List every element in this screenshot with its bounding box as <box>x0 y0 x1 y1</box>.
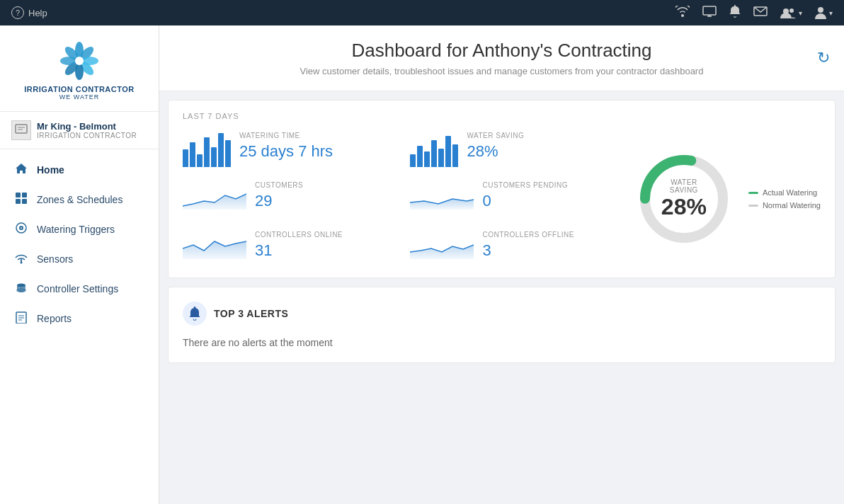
user-info: Mr King - Belmont IRRIGATION CONTRACTOR <box>37 121 137 139</box>
help-section[interactable]: ? Help <box>11 6 47 19</box>
bar-ws-5 <box>438 149 444 167</box>
bar-ws-3 <box>424 151 430 167</box>
controllers-online-label: CONTROLLERS ONLINE <box>255 231 343 239</box>
donut-center-value: 28% <box>657 194 710 220</box>
alerts-empty-message: There are no alerts at the moment <box>183 337 821 348</box>
svg-rect-21 <box>16 199 21 204</box>
controllers-offline-info: CONTROLLERS OFFLINE 3 <box>482 231 574 260</box>
donut-center-label: WATER SAVING <box>657 178 710 194</box>
sidebar: IRRIGATION CONTRACTOR WE WATER Mr King -… <box>0 25 159 504</box>
controllers-offline-value: 3 <box>482 241 574 260</box>
donut-chart: WATER SAVING 28% <box>631 146 737 252</box>
bar-4 <box>204 137 210 167</box>
controllers-online-value: 31 <box>255 241 343 260</box>
svg-rect-0 <box>703 6 716 15</box>
customers-value: 29 <box>255 192 303 210</box>
alerts-title: TOP 3 ALERTS <box>214 308 288 319</box>
avatar <box>11 120 31 140</box>
controllers-online-chart <box>183 231 246 259</box>
user-dropdown[interactable]: ▾ <box>815 6 833 19</box>
customers-label: CUSTOMERS <box>255 181 303 189</box>
svg-point-28 <box>17 284 25 287</box>
stat-customers: CUSTOMERS 29 <box>183 181 389 217</box>
mail-icon[interactable] <box>753 6 768 19</box>
stats-section: LAST 7 DAYS <box>168 100 836 278</box>
customers-pending-info: CUSTOMERS PENDING 0 <box>482 181 568 210</box>
customers-chart <box>183 181 246 210</box>
sidebar-item-controller[interactable]: Controller Settings <box>0 274 159 304</box>
sidebar-user-section: Mr King - Belmont IRRIGATION CONTRACTOR <box>0 112 159 149</box>
team-dropdown[interactable]: ▾ <box>780 7 802 18</box>
user-role: IRRIGATION CONTRACTOR <box>37 132 137 139</box>
controllers-offline-chart <box>410 231 474 259</box>
help-label: Help <box>28 8 47 18</box>
controllers-online-info: CONTROLLERS ONLINE 31 <box>255 231 343 260</box>
reports-icon <box>14 311 28 326</box>
sidebar-item-label-controller: Controller Settings <box>37 283 118 294</box>
stat-controllers-offline: CONTROLLERS OFFLINE 3 <box>410 231 616 266</box>
wifi-icon[interactable] <box>675 6 690 20</box>
customers-info: CUSTOMERS 29 <box>255 181 303 210</box>
sidebar-item-label-reports: Reports <box>37 313 72 324</box>
sensors-icon <box>14 251 28 267</box>
watering-time-label: WATERING TIME <box>239 132 333 139</box>
stat-customers-pending: CUSTOMERS PENDING 0 <box>410 181 616 217</box>
refresh-button[interactable]: ↻ <box>817 49 830 67</box>
controller-icon <box>14 281 28 297</box>
svg-point-15 <box>75 57 84 65</box>
dashboard-title: Dashboard for Anthony's Contracting <box>173 40 830 62</box>
bar-2 <box>190 142 195 167</box>
sidebar-item-home[interactable]: Home <box>0 155 159 185</box>
sidebar-item-triggers[interactable]: Watering Triggers <box>0 214 159 244</box>
help-icon: ? <box>11 6 24 19</box>
main-content: Dashboard for Anthony's Contracting View… <box>159 25 844 504</box>
logo-main-text: IRRIGATION CONTRACTOR <box>24 85 135 93</box>
sidebar-item-label-zones: Zones & Schedules <box>37 194 122 205</box>
top-nav-icons: ▾ ▾ <box>675 5 833 21</box>
water-saving-label: WATER SAVING <box>467 132 524 139</box>
legend-actual: Actual Watering <box>748 188 821 197</box>
stat-controllers-online: CONTROLLERS ONLINE 31 <box>183 231 389 266</box>
sidebar-item-label-sensors: Sensors <box>37 253 73 265</box>
legend-actual-label: Actual Watering <box>763 188 817 197</box>
svg-point-26 <box>21 262 23 264</box>
logo-sub-text: WE WATER <box>59 93 100 101</box>
legend-actual-dot <box>748 192 758 194</box>
legend-normal-label: Normal Watering <box>763 201 821 210</box>
legend-normal-dot <box>748 205 758 207</box>
alerts-header: TOP 3 ALERTS <box>183 302 821 326</box>
bar-1 <box>183 149 188 167</box>
logo-flower <box>58 40 101 82</box>
customers-pending-value: 0 <box>482 192 568 210</box>
sidebar-nav: Home Zones & Schedules Watering Triggers… <box>0 149 159 339</box>
sidebar-logo: IRRIGATION CONTRACTOR WE WATER <box>0 25 159 112</box>
display-icon[interactable] <box>702 6 717 20</box>
chevron-down-icon2: ▾ <box>829 9 833 17</box>
bar-ws-4 <box>431 140 437 167</box>
customers-pending-chart <box>410 181 474 210</box>
alerts-section: TOP 3 ALERTS There are no alerts at the … <box>168 287 836 363</box>
water-saving-value: 28% <box>467 142 524 161</box>
sidebar-item-zones[interactable]: Zones & Schedules <box>0 185 159 214</box>
stat-water-saving: WATER SAVING 28% <box>410 132 616 167</box>
bar-6 <box>218 133 224 167</box>
svg-point-5 <box>789 8 794 13</box>
sidebar-item-reports[interactable]: Reports <box>0 304 159 333</box>
dashboard-subtitle: View customer details, troubleshoot issu… <box>173 66 830 76</box>
water-saving-bars <box>410 132 458 167</box>
donut-legend: Actual Watering Normal Watering <box>748 188 821 210</box>
bar-ws-1 <box>410 154 416 167</box>
bar-5 <box>211 147 217 167</box>
svg-rect-20 <box>22 193 27 197</box>
triggers-icon <box>14 222 28 237</box>
top-navigation: ? Help ▾ ▾ <box>0 0 844 25</box>
bar-7 <box>225 140 231 167</box>
bar-ws-2 <box>417 146 423 167</box>
sidebar-item-sensors[interactable]: Sensors <box>0 244 159 274</box>
bell-icon[interactable] <box>729 5 741 21</box>
svg-rect-16 <box>16 125 27 133</box>
sidebar-item-label-home: Home <box>37 164 64 176</box>
watering-time-bars <box>183 132 231 167</box>
user-name: Mr King - Belmont <box>37 121 137 132</box>
svg-point-6 <box>818 7 823 13</box>
